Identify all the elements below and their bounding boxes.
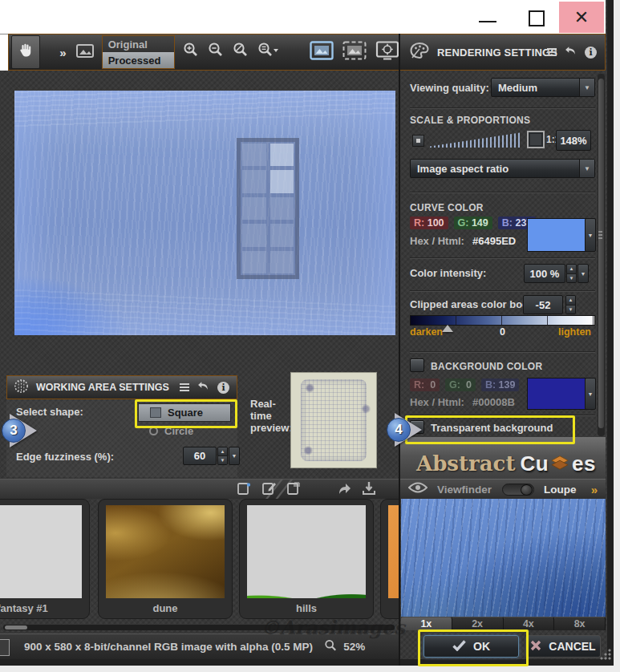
bg-blue-value-field[interactable]: B: 139: [481, 379, 520, 391]
image-icon[interactable]: [76, 44, 94, 61]
hand-icon: [17, 41, 34, 63]
aspect-ratio-dropdown[interactable]: Image aspect ratio▼: [410, 159, 595, 178]
fit-canvas-icon[interactable]: [342, 41, 367, 63]
close-button[interactable]: ✕: [559, 2, 604, 33]
processed-image-preview[interactable]: [14, 91, 395, 335]
clipped-boost-spinner[interactable]: ▲▼: [565, 295, 576, 314]
reset-icon[interactable]: [565, 45, 577, 59]
resize-grip[interactable]: [600, 648, 612, 660]
loupe-preview[interactable]: [401, 499, 606, 617]
zoom-out-icon[interactable]: [207, 42, 225, 63]
settings-scrollbar[interactable]: [598, 74, 605, 436]
bg-green-value-field[interactable]: G: 0: [445, 379, 476, 391]
zoom-in-icon[interactable]: [182, 42, 200, 63]
step-4-badge: 4: [387, 418, 411, 442]
shape-option-circle[interactable]: Circle: [138, 423, 231, 439]
scale-slider[interactable]: [430, 132, 520, 148]
plugin-window: ✕ » Original Processed RENDERING SETTING…: [0, 0, 614, 666]
zoom-min-button[interactable]: [412, 135, 424, 147]
pan-tool-button[interactable]: [11, 35, 40, 69]
color-intensity-dropdown[interactable]: ▼: [577, 264, 589, 283]
export-preset-icon[interactable]: [336, 481, 351, 499]
fit-image-icon[interactable]: [310, 41, 334, 63]
boost-gradient-slider[interactable]: [410, 315, 595, 326]
viewfinder-bar: Viewfinder Loupe »: [400, 479, 606, 499]
background-color-checkbox[interactable]: [410, 358, 424, 372]
close-icon: ✕: [574, 7, 589, 28]
curve-color-dropdown[interactable]: ▼: [585, 218, 596, 252]
info-icon[interactable]: i: [585, 47, 597, 59]
clipped-boost-value[interactable]: -52: [523, 295, 563, 314]
logo-banner: Abstract Cu es: [400, 437, 606, 479]
tab-processed[interactable]: Processed: [103, 52, 174, 68]
preset-thumbnail[interactable]: fantasy #1: [0, 499, 90, 619]
loupe-zoom-2x[interactable]: 2x: [452, 617, 504, 630]
minimize-button[interactable]: [479, 21, 496, 22]
preset-thumbnail[interactable]: dune: [98, 499, 233, 619]
loupe-zoom-8x[interactable]: 8x: [554, 617, 606, 630]
divider: [410, 415, 595, 416]
manage-presets-icon[interactable]: [287, 481, 302, 498]
bg-red-value-field[interactable]: R: 0: [410, 379, 440, 391]
realtime-preview-thumbnail: [290, 372, 377, 468]
edge-fuzziness-dropdown[interactable]: ▼: [229, 447, 240, 465]
edge-fuzziness-label: Edge fuzziness (%):: [16, 451, 114, 463]
color-intensity-value[interactable]: 100 %: [524, 264, 565, 283]
import-preset-icon[interactable]: [362, 481, 376, 499]
background-color-dropdown[interactable]: ▼: [585, 378, 596, 410]
viewing-quality-dropdown[interactable]: Medium▼: [491, 78, 595, 97]
edge-fuzziness-spinner[interactable]: ▲▼: [217, 447, 228, 465]
divider: [410, 351, 595, 353]
rendering-settings-panel: Viewing quality: Medium▼ SCALE & PROPORT…: [400, 71, 606, 437]
zoom-max-button[interactable]: [527, 131, 545, 148]
add-preset-icon[interactable]: [237, 481, 252, 498]
toggle-knob: [521, 484, 533, 496]
background-color-swatch[interactable]: [527, 378, 586, 410]
viewfinder-label[interactable]: Viewfinder: [437, 484, 492, 496]
red-value-field[interactable]: R: 100: [410, 217, 448, 229]
cancel-button[interactable]: CANCEL: [525, 635, 601, 658]
menu-icon[interactable]: [180, 387, 189, 388]
tab-original[interactable]: Original: [103, 36, 174, 52]
fit-screen-icon[interactable]: [375, 41, 399, 63]
info-icon[interactable]: i: [217, 382, 229, 394]
status-zoom-value[interactable]: 52%: [343, 641, 365, 653]
preset-label: fantasy #1: [0, 602, 89, 614]
zoom-percent-value[interactable]: 148%: [556, 130, 591, 151]
viewing-quality-value: Medium: [492, 82, 579, 94]
loupe-zoom-1x[interactable]: 1x: [401, 617, 452, 630]
green-value-field[interactable]: G: 149: [454, 217, 492, 229]
zoom-reset-icon[interactable]: [232, 42, 249, 63]
edit-preset-icon[interactable]: [262, 481, 277, 498]
edge-fuzziness-value[interactable]: 60: [183, 447, 217, 465]
divider: [410, 257, 595, 259]
curve-color-title: CURVE COLOR: [410, 202, 484, 213]
ok-label: OK: [473, 640, 490, 653]
curve-rgb-row: R: 100 G: 149 B: 237: [410, 217, 536, 229]
toolbar-expand-chevron[interactable]: »: [59, 46, 66, 59]
maximize-button[interactable]: [529, 10, 545, 26]
loupe-zoom-4x[interactable]: 4x: [504, 617, 555, 630]
preset-image-orange: [388, 505, 399, 598]
bg-hex-value-field[interactable]: #00008B: [472, 396, 515, 408]
more-chevrons[interactable]: »: [591, 483, 598, 496]
loupe-label[interactable]: Loupe: [544, 484, 577, 496]
status-corner-button[interactable]: [0, 639, 10, 656]
color-intensity-spinner[interactable]: ▲▼: [566, 264, 577, 283]
zoom-menu-icon[interactable]: [257, 42, 279, 63]
logo-word-es: es: [572, 451, 596, 476]
menu-icon[interactable]: [547, 51, 557, 53]
chevron-down-icon: ▼: [579, 79, 594, 96]
preset-thumbnail[interactable]: [380, 499, 399, 619]
preset-label: dune: [99, 602, 232, 614]
preset-thumbnail[interactable]: hills: [239, 499, 374, 619]
shape-option-square[interactable]: Square: [138, 403, 231, 422]
viewfinder-loupe-toggle[interactable]: [502, 484, 534, 496]
hex-value-field[interactable]: #6495ED: [472, 235, 516, 247]
reset-icon[interactable]: [197, 380, 209, 395]
ok-button[interactable]: OK: [423, 635, 519, 658]
curve-color-swatch[interactable]: [527, 218, 586, 252]
chevron-down-icon: ▼: [579, 160, 594, 177]
gallery-scrollbar[interactable]: [3, 625, 395, 630]
preset-gallery: fantasy #1 dune hills: [0, 499, 399, 621]
